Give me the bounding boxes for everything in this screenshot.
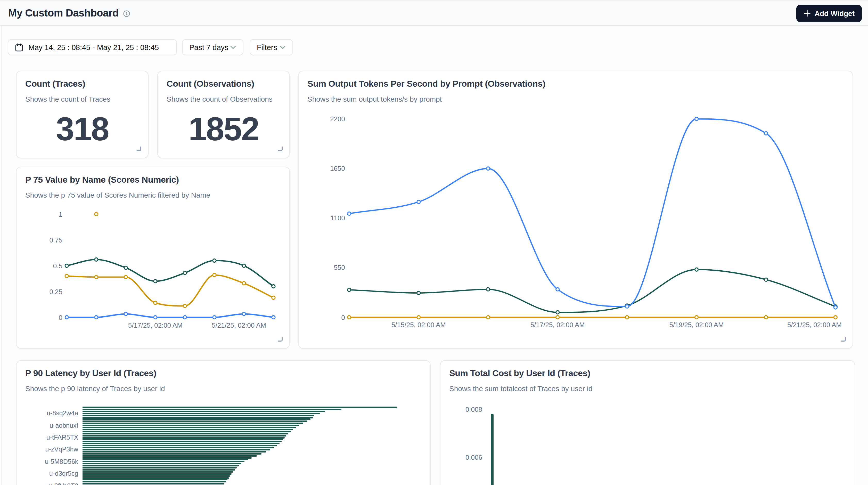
bar	[82, 433, 288, 434]
date-range-picker[interactable]: May 14, 25 : 08:45 - May 21, 25 : 08:45	[8, 39, 177, 55]
bar	[82, 447, 274, 448]
bar	[82, 479, 227, 481]
data-point-marker	[764, 316, 768, 319]
line-series-prompt-teal	[349, 270, 836, 312]
info-icon[interactable]	[123, 10, 130, 17]
bar	[82, 419, 310, 420]
data-point-marker	[124, 275, 127, 279]
resize-handle-icon[interactable]	[841, 337, 846, 341]
data-point-marker	[183, 304, 186, 308]
bar	[82, 481, 226, 483]
bar	[82, 465, 239, 466]
bar	[82, 431, 290, 432]
data-point-marker	[124, 266, 127, 270]
data-point-marker	[695, 316, 698, 319]
data-point-marker	[65, 316, 68, 319]
bar	[82, 455, 256, 456]
add-widget-label: Add Widget	[815, 9, 855, 18]
data-point-marker	[213, 259, 216, 262]
y-axis-tick-label: 0	[309, 313, 345, 321]
scatter-point-marker	[95, 213, 98, 216]
resize-handle-icon[interactable]	[278, 337, 283, 341]
data-point-marker	[834, 306, 837, 309]
widget-title: Count (Observations)	[166, 79, 281, 90]
bar	[82, 473, 232, 475]
data-point-marker	[486, 316, 490, 319]
y-axis-category-label: u-8sq2w4a	[22, 409, 78, 417]
add-widget-button[interactable]: Add Widget	[797, 5, 862, 22]
chevron-down-icon	[230, 45, 236, 49]
bar	[82, 463, 241, 464]
bar-chart-plot-area: u-8sq2w4au-aobnuxfu-tFAR5TXu-zVqP3hwu-5M…	[17, 361, 430, 485]
y-axis-tick-label: 0.25	[26, 287, 62, 295]
bar	[82, 461, 244, 462]
data-point-marker	[183, 271, 186, 275]
plus-icon	[804, 10, 811, 17]
data-point-marker	[348, 288, 351, 292]
bar	[82, 413, 319, 414]
bar	[82, 443, 279, 444]
y-axis-category-label: u-tFAR5TX	[22, 433, 78, 442]
bar	[82, 457, 252, 458]
widget-p75-scores-chart: P 75 Value by Name (Scores Numeric) Show…	[16, 166, 290, 349]
bar	[82, 411, 325, 412]
data-point-marker	[556, 316, 559, 319]
bar	[82, 477, 229, 479]
bar	[82, 406, 397, 408]
data-point-marker	[556, 287, 559, 291]
y-axis-category-label: u-zVqP3hw	[22, 446, 78, 454]
line-series-name-amber	[67, 275, 274, 306]
bar-chart-plot-area: 0.0080.006	[440, 361, 855, 485]
widget-subtitle: Shows the count of Traces	[25, 95, 139, 104]
data-point-marker	[695, 117, 698, 121]
bar	[82, 471, 234, 473]
bar	[82, 421, 307, 422]
bar	[82, 408, 341, 410]
tokens-chart-svg	[299, 71, 854, 349]
line-chart-plot-area: 10.750.50.2505/17/25, 02:00 AM5/21/25, 0…	[17, 167, 289, 348]
y-axis-category-label: u-5M8D56k	[22, 458, 78, 466]
x-axis-tick-label: 5/21/25, 02:00 AM	[153, 322, 266, 329]
y-axis-tick-label: 0	[26, 313, 62, 321]
data-point-marker	[348, 316, 351, 319]
bar	[82, 437, 284, 438]
y-axis-tick-label: 0.006	[446, 454, 482, 461]
filters-button[interactable]: Filters	[250, 39, 293, 55]
widget-p90-latency-chart: P 90 Latency by User Id (Traces) Shows t…	[16, 360, 431, 485]
resize-handle-icon[interactable]	[278, 147, 283, 151]
data-point-marker	[95, 275, 98, 279]
data-point-marker	[213, 316, 216, 319]
widget-subtitle: Shows the count of Observations	[166, 95, 281, 104]
bar	[82, 427, 296, 428]
bar	[82, 435, 286, 436]
data-point-marker	[417, 291, 420, 295]
bar	[82, 451, 266, 453]
data-point-marker	[348, 212, 351, 215]
data-point-marker	[272, 285, 275, 288]
data-point-marker	[154, 301, 157, 305]
y-axis-tick-label: 0.5	[26, 262, 62, 270]
data-point-marker	[95, 258, 98, 261]
widget-count-traces: Count (Traces) Shows the count of Traces…	[16, 71, 149, 158]
bar	[491, 414, 493, 485]
bar	[82, 425, 299, 426]
bar	[82, 475, 230, 477]
data-point-marker	[834, 316, 837, 319]
data-point-marker	[486, 167, 490, 170]
date-preset-value: Past 7 days	[189, 43, 228, 51]
dashboard-page: My Custom Dashboard Add Widget	[0, 0, 868, 485]
y-axis-tick-label: 1650	[309, 164, 345, 172]
bar	[82, 483, 224, 484]
y-axis-tick-label: 1100	[309, 214, 345, 222]
y-axis-tick-label: 1	[26, 210, 62, 218]
bar	[82, 439, 283, 441]
filters-label: Filters	[257, 43, 277, 51]
resize-handle-icon[interactable]	[137, 147, 141, 151]
data-point-marker	[242, 282, 246, 285]
y-axis-tick-label: 2200	[309, 115, 345, 123]
date-preset-select[interactable]: Past 7 days	[182, 39, 243, 55]
data-point-marker	[154, 316, 157, 319]
y-axis-category-label: u-aobnuxf	[22, 421, 78, 429]
bar	[82, 441, 281, 443]
data-point-marker	[417, 200, 420, 204]
